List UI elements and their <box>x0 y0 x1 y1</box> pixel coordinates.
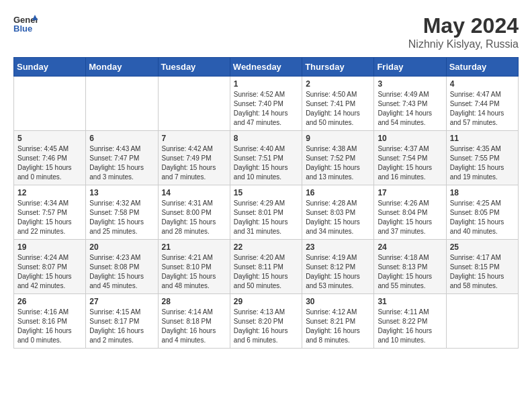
sunset-text: Sunset: 7:57 PM <box>17 209 67 216</box>
sunset-text: Sunset: 8:18 PM <box>162 318 212 325</box>
day-number: 22 <box>234 242 298 252</box>
calendar-cell: 13Sunrise: 4:32 AMSunset: 7:58 PMDayligh… <box>86 185 158 240</box>
daylight-text: Daylight: 16 hours and 2 minutes. <box>89 327 144 344</box>
col-sunday: Sunday <box>14 58 86 77</box>
sunrise-text: Sunrise: 4:11 AM <box>378 308 429 316</box>
sunrise-text: Sunrise: 4:25 AM <box>450 199 501 207</box>
sunset-text: Sunset: 8:08 PM <box>89 263 139 271</box>
day-info: Sunrise: 4:47 AMSunset: 7:44 PMDaylight:… <box>450 90 515 128</box>
daylight-text: Daylight: 15 hours and 10 minutes. <box>234 164 288 181</box>
daylight-text: Daylight: 16 hours and 10 minutes. <box>378 327 432 344</box>
location-title: Nizhniy Kislyay, Russia <box>408 38 519 50</box>
sunrise-text: Sunrise: 4:37 AM <box>378 145 429 152</box>
day-number: 9 <box>306 134 370 143</box>
sunrise-text: Sunrise: 4:13 AM <box>234 308 285 316</box>
col-monday: Monday <box>86 58 158 77</box>
sunset-text: Sunset: 8:16 PM <box>17 318 67 325</box>
sunset-text: Sunset: 8:07 PM <box>17 263 67 271</box>
calendar-cell: 28Sunrise: 4:14 AMSunset: 8:18 PMDayligh… <box>158 294 230 349</box>
day-info: Sunrise: 4:37 AMSunset: 7:54 PMDaylight:… <box>378 144 442 182</box>
day-info: Sunrise: 4:14 AMSunset: 8:18 PMDaylight:… <box>162 308 226 345</box>
sunset-text: Sunset: 7:58 PM <box>89 209 139 216</box>
day-info: Sunrise: 4:11 AMSunset: 8:22 PMDaylight:… <box>378 308 442 345</box>
day-info: Sunrise: 4:49 AMSunset: 7:43 PMDaylight:… <box>378 90 442 128</box>
calendar-cell: 9Sunrise: 4:38 AMSunset: 7:52 PMDaylight… <box>302 131 374 185</box>
day-number: 23 <box>306 242 370 252</box>
day-info: Sunrise: 4:43 AMSunset: 7:47 PMDaylight:… <box>89 144 154 182</box>
daylight-text: Daylight: 14 hours and 50 minutes. <box>306 109 360 126</box>
header-row: Sunday Monday Tuesday Wednesday Thursday… <box>14 58 519 77</box>
daylight-text: Daylight: 15 hours and 45 minutes. <box>89 273 144 289</box>
daylight-text: Daylight: 16 hours and 8 minutes. <box>306 327 360 344</box>
sunset-text: Sunset: 8:03 PM <box>306 209 355 216</box>
calendar-cell: 21Sunrise: 4:21 AMSunset: 8:10 PMDayligh… <box>158 240 230 294</box>
day-number: 10 <box>378 134 442 143</box>
calendar-cell: 29Sunrise: 4:13 AMSunset: 8:20 PMDayligh… <box>230 294 302 349</box>
calendar-table: Sunday Monday Tuesday Wednesday Thursday… <box>13 57 519 349</box>
day-info: Sunrise: 4:19 AMSunset: 8:12 PMDaylight:… <box>306 253 370 291</box>
sunset-text: Sunset: 7:47 PM <box>89 154 139 162</box>
col-wednesday: Wednesday <box>230 58 302 77</box>
daylight-text: Daylight: 15 hours and 53 minutes. <box>306 273 360 289</box>
day-info: Sunrise: 4:21 AMSunset: 8:10 PMDaylight:… <box>162 253 226 291</box>
daylight-text: Daylight: 15 hours and 22 minutes. <box>17 218 72 235</box>
sunset-text: Sunset: 8:00 PM <box>162 209 212 216</box>
calendar-cell <box>446 294 518 349</box>
sunset-text: Sunset: 7:51 PM <box>234 154 283 162</box>
logo: General Blue <box>13 13 38 34</box>
day-number: 26 <box>17 297 82 306</box>
calendar-cell: 27Sunrise: 4:15 AMSunset: 8:17 PMDayligh… <box>86 294 158 349</box>
day-number: 31 <box>378 297 442 306</box>
day-info: Sunrise: 4:17 AMSunset: 8:15 PMDaylight:… <box>450 253 515 291</box>
day-number: 19 <box>17 242 82 252</box>
day-info: Sunrise: 4:28 AMSunset: 8:03 PMDaylight:… <box>306 199 370 236</box>
sunrise-text: Sunrise: 4:12 AM <box>306 308 357 316</box>
day-number: 12 <box>17 188 82 197</box>
day-info: Sunrise: 4:45 AMSunset: 7:46 PMDaylight:… <box>17 144 82 182</box>
sunrise-text: Sunrise: 4:18 AM <box>378 254 429 261</box>
day-number: 6 <box>89 134 154 143</box>
sunrise-text: Sunrise: 4:35 AM <box>450 145 501 152</box>
sunset-text: Sunset: 8:20 PM <box>234 318 283 325</box>
day-info: Sunrise: 4:24 AMSunset: 8:07 PMDaylight:… <box>17 253 82 291</box>
sunrise-text: Sunrise: 4:24 AM <box>17 254 69 261</box>
sunrise-text: Sunrise: 4:50 AM <box>306 91 357 98</box>
svg-text:Blue: Blue <box>13 24 32 34</box>
day-info: Sunrise: 4:23 AMSunset: 8:08 PMDaylight:… <box>89 253 154 291</box>
calendar-cell: 24Sunrise: 4:18 AMSunset: 8:13 PMDayligh… <box>374 240 446 294</box>
day-info: Sunrise: 4:32 AMSunset: 7:58 PMDaylight:… <box>89 199 154 236</box>
calendar-cell: 3Sunrise: 4:49 AMSunset: 7:43 PMDaylight… <box>374 77 446 131</box>
day-number: 1 <box>234 79 298 89</box>
daylight-text: Daylight: 16 hours and 0 minutes. <box>17 327 72 344</box>
sunrise-text: Sunrise: 4:45 AM <box>17 145 69 152</box>
daylight-text: Daylight: 16 hours and 6 minutes. <box>234 327 288 344</box>
daylight-text: Daylight: 16 hours and 4 minutes. <box>162 327 216 344</box>
day-info: Sunrise: 4:18 AMSunset: 8:13 PMDaylight:… <box>378 253 442 291</box>
calendar-cell: 11Sunrise: 4:35 AMSunset: 7:55 PMDayligh… <box>446 131 518 185</box>
day-number: 27 <box>89 297 154 306</box>
day-number: 20 <box>89 242 154 252</box>
day-info: Sunrise: 4:12 AMSunset: 8:21 PMDaylight:… <box>306 308 370 345</box>
day-number: 5 <box>17 134 82 143</box>
day-info: Sunrise: 4:50 AMSunset: 7:41 PMDaylight:… <box>306 90 370 128</box>
col-saturday: Saturday <box>446 58 518 77</box>
day-info: Sunrise: 4:16 AMSunset: 8:16 PMDaylight:… <box>17 308 82 345</box>
month-title: May 2024 <box>408 13 519 38</box>
day-info: Sunrise: 4:13 AMSunset: 8:20 PMDaylight:… <box>234 308 298 345</box>
sunrise-text: Sunrise: 4:16 AM <box>17 308 69 316</box>
calendar-cell: 7Sunrise: 4:42 AMSunset: 7:49 PMDaylight… <box>158 131 230 185</box>
calendar-cell: 1Sunrise: 4:52 AMSunset: 7:40 PMDaylight… <box>230 77 302 131</box>
calendar-cell: 25Sunrise: 4:17 AMSunset: 8:15 PMDayligh… <box>446 240 518 294</box>
day-info: Sunrise: 4:42 AMSunset: 7:49 PMDaylight:… <box>162 144 226 182</box>
sunrise-text: Sunrise: 4:31 AM <box>162 199 213 207</box>
calendar-cell: 30Sunrise: 4:12 AMSunset: 8:21 PMDayligh… <box>302 294 374 349</box>
daylight-text: Daylight: 15 hours and 31 minutes. <box>234 218 288 235</box>
daylight-text: Daylight: 15 hours and 16 minutes. <box>378 164 432 181</box>
daylight-text: Daylight: 15 hours and 28 minutes. <box>162 218 216 235</box>
daylight-text: Daylight: 14 hours and 54 minutes. <box>378 109 432 126</box>
day-number: 29 <box>234 297 298 306</box>
sunset-text: Sunset: 7:43 PM <box>378 100 427 107</box>
day-number: 30 <box>306 297 370 306</box>
sunrise-text: Sunrise: 4:52 AM <box>234 91 285 98</box>
day-info: Sunrise: 4:40 AMSunset: 7:51 PMDaylight:… <box>234 144 298 182</box>
